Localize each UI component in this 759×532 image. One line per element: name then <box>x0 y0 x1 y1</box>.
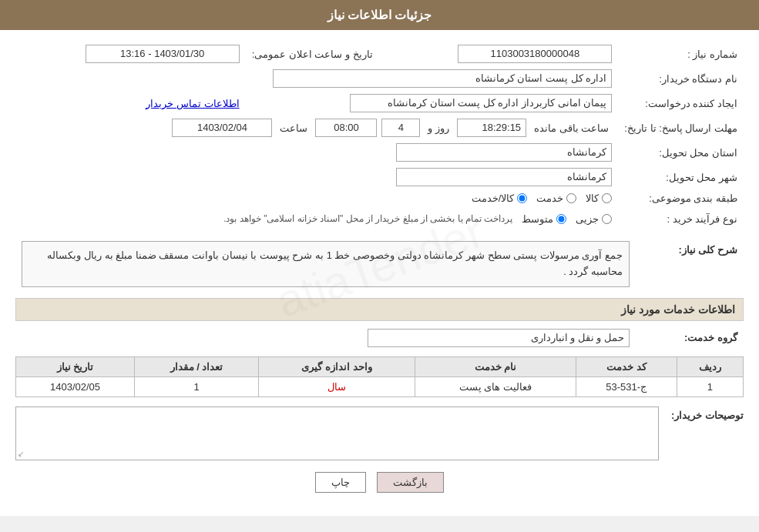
col-row-num: ردیف <box>677 356 743 376</box>
deadline-days-label: روز و <box>425 122 452 134</box>
category-khedmat-option[interactable]: خدمت <box>536 192 576 204</box>
service-group-label: گروه خدمت: <box>636 326 744 350</box>
category-kala-radio[interactable] <box>602 193 612 203</box>
city-value: کرمانشاه <box>396 168 612 186</box>
need-desc-label: شرح کلی نیاز: <box>636 238 744 290</box>
process-motavasset-radio[interactable] <box>556 214 566 224</box>
cell-service-code: ج-531-53 <box>576 376 677 396</box>
category-kala-khedmat-option[interactable]: کالا/خدمت <box>472 192 528 204</box>
category-label: طبقه بندی موضوعی: <box>618 189 744 207</box>
page-header: جزئیات اطلاعات نیاز <box>0 0 759 30</box>
resize-indicator: ↙ <box>18 450 24 458</box>
table-row: 1 ج-531-53 فعالیت های پست سال 1 1403/02/… <box>16 376 744 396</box>
deadline-days: 4 <box>381 119 420 137</box>
col-date: تاریخ نیاز <box>16 356 135 376</box>
service-group-value: حمل و نقل و انبارداری <box>368 329 630 347</box>
deadline-date: 1403/02/04 <box>172 119 272 137</box>
category-khedmat-label: خدمت <box>536 192 563 204</box>
deadline-remaining-suffix: ساعت باقی مانده <box>531 122 612 134</box>
province-label: استان محل تحویل: <box>618 140 744 165</box>
buttons-row: بازگشت چاپ <box>15 472 744 504</box>
province-value: کرمانشاه <box>396 143 612 162</box>
print-button[interactable]: چاپ <box>315 472 366 493</box>
process-motavasset-option[interactable]: متوسط <box>522 213 566 225</box>
buyer-org-label: نام دستگاه خریدار: <box>618 66 744 91</box>
services-table: ردیف کد خدمت نام خدمت واحد اندازه گیری ت… <box>15 356 744 397</box>
back-button[interactable]: بازگشت <box>377 472 444 493</box>
col-service-code: کد خدمت <box>576 356 677 376</box>
cell-quantity: 1 <box>135 376 259 396</box>
process-jozee-option[interactable]: جزیی <box>576 213 612 225</box>
category-kala-option[interactable]: کالا <box>586 192 612 204</box>
category-kala-khedmat-label: کالا/خدمت <box>472 192 515 204</box>
buyer-notes-box[interactable]: ↙ <box>15 407 659 460</box>
creator-value: پیمان امانی کاربرداز اداره کل پست استان … <box>350 94 612 112</box>
deadline-remaining: 18:29:15 <box>457 119 526 137</box>
deadline-label: مهلت ارسال پاسخ: تا تاریخ: <box>618 115 744 140</box>
col-unit: واحد اندازه گیری <box>259 356 415 376</box>
cell-service-name: فعالیت های پست <box>415 376 576 396</box>
need-number-label: شماره نیاز : <box>618 42 744 66</box>
need-desc-value: جمع آوری مرسولات پستی سطح شهر کرمانشاه د… <box>22 241 630 287</box>
category-khedmat-radio[interactable] <box>566 193 576 203</box>
deadline-time-label: ساعت <box>277 122 311 134</box>
announce-date-label: تاریخ و ساعت اعلان عمومی: <box>246 42 388 66</box>
col-quantity: تعداد / مقدار <box>135 356 259 376</box>
services-section-title: اطلاعات خدمات مورد نیاز <box>15 298 744 321</box>
city-label: شهر محل تحویل: <box>618 165 744 189</box>
col-service-name: نام خدمت <box>415 356 576 376</box>
creator-label: ایجاد کننده درخواست: <box>618 91 744 115</box>
page-title: جزئیات اطلاعات نیاز <box>327 8 432 22</box>
cell-unit: سال <box>259 376 415 396</box>
need-number-value: 1103003180000048 <box>458 45 612 63</box>
process-motavasset-label: متوسط <box>522 213 553 225</box>
process-jozee-label: جزیی <box>576 213 599 225</box>
process-note: پرداخت تمام یا بخشی از مبلغ خریدار از مح… <box>223 210 512 227</box>
contact-link[interactable]: اطلاعات تماس خریدار <box>146 98 239 109</box>
category-kala-khedmat-radio[interactable] <box>517 193 527 203</box>
process-label: نوع فرآیند خرید : <box>618 207 744 230</box>
buyer-notes-label: توصیحات خریدار: <box>667 407 744 421</box>
process-jozee-radio[interactable] <box>602 214 612 224</box>
deadline-time: 08:00 <box>315 119 377 137</box>
cell-date: 1403/02/05 <box>16 376 135 396</box>
category-kala-label: کالا <box>586 192 599 204</box>
announce-date-value: 1403/01/30 - 13:16 <box>86 45 240 63</box>
cell-row-num: 1 <box>677 376 743 396</box>
buyer-org-value: اداره کل پست استان کرمانشاه <box>273 69 612 88</box>
